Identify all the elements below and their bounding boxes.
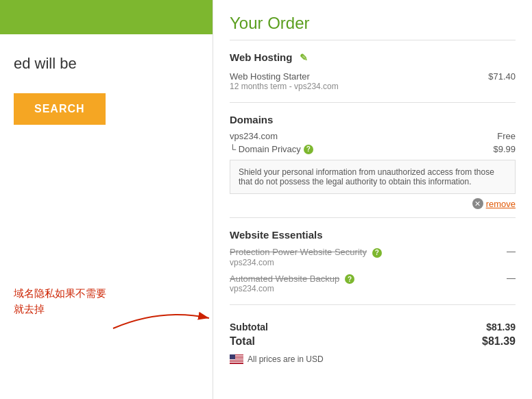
essentials-item1-help-icon[interactable]: ?	[372, 248, 382, 258]
edit-icon[interactable]: ✎	[300, 52, 308, 63]
annotation-text: 域名隐私如果不需要 就去掉	[14, 286, 106, 317]
web-hosting-header: Web Hosting ✎	[230, 51, 516, 69]
right-panel: Your Order Web Hosting ✎ Web Hosting Sta…	[213, 0, 532, 399]
subtotal-label: Subtotal	[230, 322, 268, 332]
domain-name: vps234.com	[230, 131, 278, 141]
us-flag-icon	[230, 354, 243, 364]
domains-title: Domains	[230, 114, 516, 125]
svg-rect-7	[230, 362, 243, 363]
domain-privacy-tooltip: Shield your personal information from un…	[230, 160, 516, 194]
subtotal-row: Subtotal $81.39	[230, 322, 516, 332]
essentials-item2-help-icon[interactable]: ?	[345, 274, 354, 284]
website-essentials-title: Website Essentials	[230, 229, 516, 241]
subtotal-value: $81.39	[486, 322, 516, 332]
domain-item: vps234.com Free	[230, 131, 516, 141]
essentials-item1: Protection Power Website Security ? vps2…	[230, 246, 516, 267]
remove-row: ✕ remove	[230, 198, 516, 209]
domains-section: Domains vps234.com Free └ Domain Privacy…	[230, 114, 516, 218]
website-essentials-section: Website Essentials Protection Power Webs…	[230, 229, 516, 305]
domain-privacy-help-icon[interactable]: ?	[304, 145, 313, 154]
total-row: Total $81.39	[230, 335, 516, 348]
remove-link[interactable]: remove	[486, 199, 516, 209]
essentials-item1-left: Protection Power Website Security ? vps2…	[230, 246, 382, 267]
left-content: ed will be SEARCH	[0, 34, 213, 399]
essentials-item2-price: —	[507, 273, 516, 283]
total-label: Total	[230, 335, 255, 348]
left-heading-text: ed will be	[14, 55, 199, 73]
svg-rect-6	[230, 361, 243, 361]
svg-rect-5	[230, 359, 243, 360]
essentials-item2-name: Automated Website Backup ?	[230, 273, 354, 285]
left-panel: ed will be SEARCH 域名隐私如果不需要 就去掉	[0, 0, 213, 399]
web-hosting-item: Web Hosting Starter 12 months term - vps…	[230, 71, 516, 91]
total-value: $81.39	[482, 335, 516, 348]
web-hosting-item-left: Web Hosting Starter 12 months term - vps…	[230, 71, 339, 91]
essentials-item1-price: —	[507, 246, 516, 256]
subtotal-section: Subtotal $81.39 Total $81.39 All prices …	[230, 316, 516, 364]
web-hosting-price: $71.40	[488, 71, 516, 82]
domain-privacy-item: └ Domain Privacy ? $9.99	[230, 144, 516, 156]
domain-price: Free	[497, 131, 516, 141]
domain-privacy-price: $9.99	[493, 144, 516, 154]
domain-privacy-label: └ Domain Privacy	[230, 144, 301, 154]
essentials-item2: Automated Website Backup ? vps234.com —	[230, 273, 516, 294]
svg-rect-8	[230, 354, 235, 359]
web-hosting-section: Web Hosting ✎ Web Hosting Starter 12 mon…	[230, 51, 516, 103]
web-hosting-title: Web Hosting ✎	[230, 51, 308, 63]
essentials-item2-left: Automated Website Backup ? vps234.com	[230, 273, 354, 294]
order-title: Your Order	[230, 14, 516, 40]
search-button[interactable]: SEARCH	[14, 93, 106, 125]
essentials-item1-name: Protection Power Website Security ?	[230, 246, 382, 258]
domain-privacy-row: └ Domain Privacy ?	[230, 144, 313, 154]
currency-row: All prices are in USD	[230, 354, 516, 364]
top-green-bar	[0, 0, 213, 34]
remove-icon: ✕	[472, 198, 483, 209]
currency-note: All prices are in USD	[247, 354, 324, 364]
